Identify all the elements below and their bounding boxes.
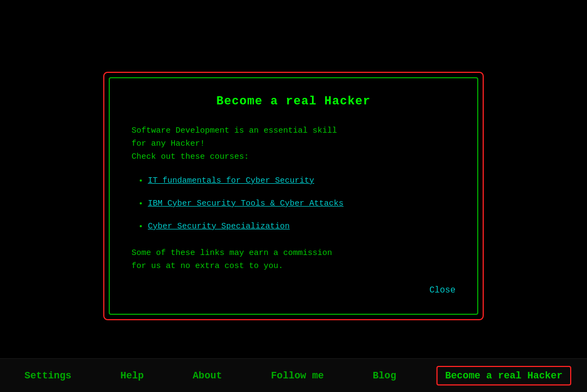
nav-follow[interactable]: Follow me (263, 366, 333, 385)
nav-settings[interactable]: Settings (16, 366, 80, 385)
intro-line3: Check out these courses: (132, 152, 249, 161)
commission-text: Some of these links may earn a commissio… (132, 247, 455, 273)
courses-list: IT fundamentals for Cyber Security IBM C… (132, 175, 455, 233)
modal-intro: Software Development is an essential ski… (132, 125, 455, 164)
course-link-1[interactable]: IT fundamentals for Cyber Security (148, 176, 314, 185)
modal-body: Software Development is an essential ski… (132, 125, 455, 298)
nav-about[interactable]: About (184, 366, 231, 385)
modal-container: Become a real Hacker Software Developmen… (103, 72, 484, 321)
list-item: IT fundamentals for Cyber Security (148, 175, 455, 188)
course-link-2[interactable]: IBM Cyber Security Tools & Cyber Attacks (148, 199, 344, 208)
modal-title: Become a real Hacker (132, 95, 455, 108)
course-link-3[interactable]: Cyber Security Specialization (148, 222, 290, 231)
intro-line2: for any Hacker! (132, 139, 205, 148)
nav-help[interactable]: Help (111, 366, 152, 385)
list-item: IBM Cyber Security Tools & Cyber Attacks (148, 197, 455, 210)
intro-line1: Software Development is an essential ski… (132, 126, 337, 135)
close-row: Close (132, 284, 455, 298)
list-item: Cyber Security Specialization (148, 220, 455, 233)
nav-hacker[interactable]: Become a real Hacker (436, 366, 571, 385)
modal-inner-box: Become a real Hacker Software Developmen… (109, 77, 478, 315)
close-button[interactable]: Close (429, 285, 455, 295)
bottom-nav: Settings Help About Follow me Blog Becom… (0, 358, 587, 392)
nav-blog[interactable]: Blog (364, 366, 405, 385)
